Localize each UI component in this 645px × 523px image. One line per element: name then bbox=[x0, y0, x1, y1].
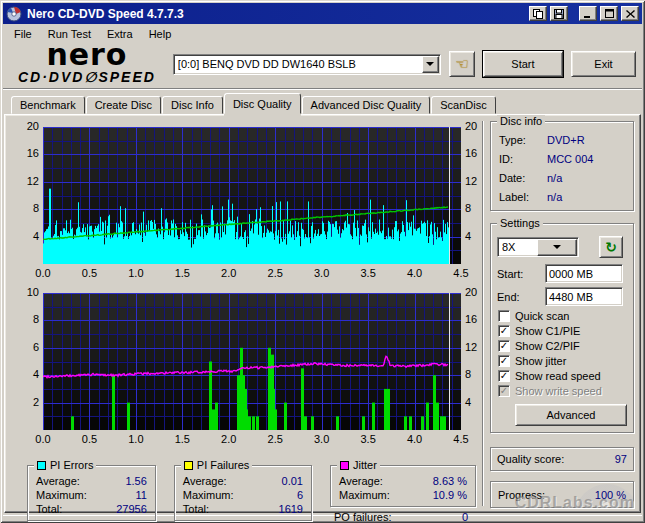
refresh-button[interactable]: ↻ bbox=[599, 236, 623, 258]
maximize-icon bbox=[605, 9, 614, 18]
x-axis-tick-label: 2.5 bbox=[260, 267, 290, 279]
tab-disc-info[interactable]: Disc Info bbox=[162, 96, 223, 114]
x-axis-tick-label: 3.0 bbox=[307, 433, 337, 445]
stat-row: Maximum:11 bbox=[34, 488, 149, 502]
start-field-label: Start: bbox=[497, 268, 545, 280]
jitter-stats-column: Jitter Average:8.63 % Maximum:10.9 % PO … bbox=[330, 465, 476, 523]
y-axis-right-tick-label: 20 bbox=[465, 286, 477, 298]
jitter-swatch bbox=[340, 461, 349, 470]
report-button[interactable] bbox=[529, 6, 547, 21]
tab-advanced-disc-quality[interactable]: Advanced Disc Quality bbox=[302, 96, 431, 114]
start-button-label: Start bbox=[511, 58, 534, 70]
x-axis-tick-label: 0.5 bbox=[74, 267, 104, 279]
y-axis-tick-label: 4 bbox=[9, 230, 39, 242]
x-axis-tick-label: 1.0 bbox=[121, 433, 151, 445]
x-axis-tick-label: 1.5 bbox=[167, 433, 197, 445]
close-button[interactable] bbox=[621, 6, 639, 21]
x-axis-tick-label: 2.0 bbox=[214, 433, 244, 445]
pi-errors-plot bbox=[43, 127, 461, 264]
save-button[interactable] bbox=[550, 6, 568, 21]
x-axis-tick-label: 1.5 bbox=[167, 267, 197, 279]
tab-scandisc[interactable]: ScanDisc bbox=[431, 96, 495, 114]
start-button[interactable]: Start bbox=[483, 51, 563, 77]
y-axis-tick-label: 6 bbox=[9, 341, 39, 353]
speed-select-value: 8X bbox=[498, 241, 536, 253]
stat-row: Average:8.63 % bbox=[337, 474, 469, 488]
eject-button[interactable]: ☜ bbox=[449, 51, 475, 77]
tab-strip: Benchmark Create Disc Disc Info Disc Qua… bbox=[3, 89, 642, 114]
disc-type-row: Type:DVD+R bbox=[497, 132, 627, 151]
statistics-row: PI Errors Average:1.56 Maximum:11 Total:… bbox=[27, 465, 476, 523]
title-bar: Nero CD-DVD Speed 4.7.7.3 bbox=[3, 3, 642, 24]
show-jitter-checkbox[interactable]: ✓Show jitter bbox=[498, 355, 626, 367]
cdvdspeed-logo-text: CD·DVD∅SPEED bbox=[9, 70, 165, 84]
jitter-stats: Jitter Average:8.63 % Maximum:10.9 % bbox=[330, 465, 476, 507]
y-axis-right-tick-label: 4 bbox=[465, 230, 471, 242]
end-position-input[interactable] bbox=[545, 287, 623, 306]
po-failures-row: PO failures: 0 bbox=[330, 507, 476, 523]
settings-title: Settings bbox=[500, 217, 540, 229]
end-field-label: End: bbox=[497, 291, 545, 303]
y-axis-tick-label: 10 bbox=[9, 286, 39, 298]
start-position-input[interactable] bbox=[545, 264, 623, 283]
x-axis-tick-label: 2.0 bbox=[214, 267, 244, 279]
pi-errors-title: PI Errors bbox=[50, 459, 93, 471]
x-axis-tick-label: 2.5 bbox=[260, 433, 290, 445]
cdrlabs-watermark: CDRLabs.com bbox=[515, 494, 635, 512]
exit-button[interactable]: Exit bbox=[571, 51, 636, 77]
stat-row: Average:0.01 bbox=[181, 474, 305, 488]
pages-icon bbox=[533, 9, 543, 19]
y-axis-right-tick-label: 12 bbox=[465, 341, 477, 353]
chevron-down-icon[interactable] bbox=[537, 239, 577, 256]
y-axis-tick-label: 20 bbox=[9, 120, 39, 132]
pi-failures-swatch bbox=[184, 461, 193, 470]
disc-info-group: Disc info Type:DVD+R ID:MCC 004 Date:n/a… bbox=[490, 121, 634, 211]
x-axis-tick-label: 3.5 bbox=[353, 267, 383, 279]
tab-disc-quality[interactable]: Disc Quality bbox=[224, 93, 301, 114]
tab-create-disc[interactable]: Create Disc bbox=[86, 96, 161, 114]
jitter-title: Jitter bbox=[353, 459, 377, 471]
maximize-button[interactable] bbox=[600, 6, 618, 21]
x-axis-tick-label: 4.0 bbox=[400, 267, 430, 279]
vertical-divider bbox=[482, 121, 484, 506]
po-failures-value: 0 bbox=[462, 511, 468, 523]
po-failures-label: PO failures: bbox=[334, 511, 391, 523]
y-axis-tick-label: 2 bbox=[9, 396, 39, 408]
x-axis-tick-label: 3.5 bbox=[353, 433, 383, 445]
y-axis-right-tick-label: 16 bbox=[465, 147, 477, 159]
speed-select[interactable]: 8X bbox=[497, 237, 579, 257]
tab-benchmark[interactable]: Benchmark bbox=[11, 96, 85, 114]
show-c1-pie-checkbox[interactable]: ✓Show C1/PIE bbox=[498, 325, 626, 337]
chevron-down-icon[interactable] bbox=[422, 56, 439, 73]
minimize-button[interactable] bbox=[579, 6, 597, 21]
y-axis-right-tick-label: 4 bbox=[465, 396, 471, 408]
refresh-icon: ↻ bbox=[605, 239, 617, 255]
stat-row: Maximum:6 bbox=[181, 488, 305, 502]
y-axis-tick-label: 16 bbox=[9, 147, 39, 159]
pi-errors-chart: 48121620481216200.00.51.01.52.02.53.03.5… bbox=[7, 119, 480, 285]
pi-errors-swatch bbox=[37, 461, 46, 470]
advanced-button-label: Advanced bbox=[547, 409, 596, 421]
quality-score-value: 97 bbox=[615, 453, 627, 465]
quality-score-panel: Quality score: 97 bbox=[490, 447, 634, 471]
exit-button-label: Exit bbox=[594, 58, 612, 70]
advanced-button[interactable]: Advanced bbox=[515, 404, 627, 426]
pi-failures-stats: PI Failures Average:0.01 Maximum:6 Total… bbox=[174, 465, 312, 521]
app-window: Nero CD-DVD Speed 4.7.7.3 File Run Test … bbox=[0, 0, 645, 523]
drive-select[interactable]: [0:0] BENQ DVD DD DW1640 BSLB bbox=[173, 54, 441, 75]
show-read-speed-checkbox[interactable]: ✓Show read speed bbox=[498, 370, 626, 382]
quick-scan-checkbox[interactable]: ✓Quick scan bbox=[498, 310, 626, 322]
app-icon bbox=[6, 6, 22, 22]
window-title: Nero CD-DVD Speed 4.7.7.3 bbox=[25, 7, 526, 21]
charts-column: 48121620481216200.00.51.01.52.02.53.03.5… bbox=[7, 119, 480, 508]
disc-date-row: Date:n/a bbox=[497, 170, 627, 189]
drive-select-value: [0:0] BENQ DVD DD DW1640 BSLB bbox=[174, 58, 421, 70]
pi-errors-stats: PI Errors Average:1.56 Maximum:11 Total:… bbox=[27, 465, 156, 521]
x-axis-tick-label: 4.0 bbox=[400, 433, 430, 445]
show-c2-pif-checkbox[interactable]: ✓Show C2/PIF bbox=[498, 340, 626, 352]
y-axis-tick-label: 4 bbox=[9, 368, 39, 380]
y-axis-tick-label: 8 bbox=[9, 202, 39, 214]
settings-group: Settings 8X ↻ Start: End: ✓Q bbox=[490, 223, 634, 433]
x-axis-tick-label: 3.0 bbox=[307, 267, 337, 279]
y-axis-right-tick-label: 20 bbox=[465, 120, 477, 132]
